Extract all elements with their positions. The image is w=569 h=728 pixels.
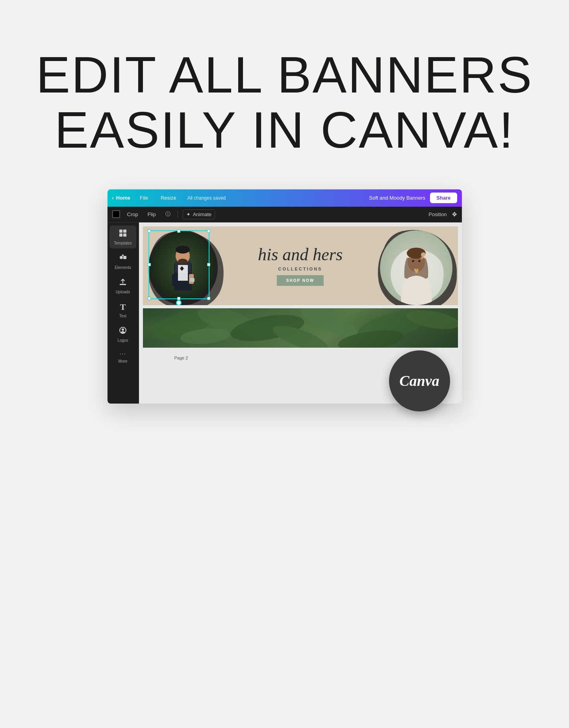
headline-section: EDIT ALL BANNERS EASILY IN CANVA!	[0, 0, 569, 182]
logos-icon	[119, 326, 127, 337]
sidebar-item-templates[interactable]: Templates	[109, 226, 136, 248]
svg-point-29	[421, 257, 423, 259]
banner-subtitle: COLLECTIONS	[278, 267, 322, 271]
editor-toolbar: Crop Flip ⓘ ✦ Animate Position ❖	[107, 207, 462, 222]
elements-label: Elements	[115, 265, 131, 270]
saved-status: All changes saved	[187, 195, 226, 201]
templates-label: Templates	[114, 241, 132, 245]
svg-point-28	[424, 256, 427, 259]
handle-ml	[148, 263, 151, 266]
right-photo-container	[376, 228, 455, 305]
crop-button[interactable]: Crop	[125, 210, 141, 219]
share-button[interactable]: Share	[430, 193, 457, 203]
canva-mockup-wrapper: ‹ Home File Resize All changes saved Sof…	[107, 189, 462, 404]
sidebar-item-text[interactable]: T Text	[109, 299, 136, 321]
handle-tl	[148, 230, 151, 233]
canvas-page-1: his and hers COLLECTIONS SHOP NOW	[143, 226, 458, 305]
topbar-home-nav[interactable]: ‹ Home	[112, 195, 130, 201]
svg-rect-2	[119, 233, 122, 237]
uploads-label: Uploads	[116, 290, 130, 294]
banner-background: his and hers COLLECTIONS SHOP NOW	[143, 226, 458, 305]
handle-mr	[207, 263, 210, 266]
chevron-left-icon: ‹	[112, 195, 114, 201]
file-nav-item[interactable]: File	[137, 193, 151, 202]
svg-rect-7	[120, 284, 126, 285]
page2-label: Page 2	[174, 356, 188, 360]
sidebar-item-logos[interactable]: Logos	[109, 323, 136, 346]
color-swatch[interactable]	[112, 210, 120, 218]
sidebar-item-more[interactable]: ··· More	[109, 347, 136, 367]
svg-rect-1	[123, 230, 126, 233]
logos-label: Logos	[117, 338, 128, 343]
rotate-handle	[176, 300, 182, 305]
sidebar-item-uploads[interactable]: Uploads	[109, 274, 136, 297]
selection-box	[148, 230, 209, 299]
svg-rect-3	[123, 233, 126, 237]
canva-badge: Canva	[389, 350, 450, 411]
handle-bl	[148, 297, 151, 300]
info-icon: ⓘ	[163, 209, 173, 219]
home-label: Home	[116, 195, 130, 201]
elements-icon	[119, 253, 127, 264]
animate-label: Animate	[193, 211, 212, 217]
editor-sidebar: Templates Elements	[107, 222, 139, 404]
handle-tm	[177, 230, 180, 233]
flip-button[interactable]: Flip	[145, 210, 158, 219]
text-icon: T	[120, 302, 126, 312]
uploads-icon	[119, 278, 127, 288]
headline-text: EDIT ALL BANNERS EASILY IN CANVA!	[24, 47, 545, 158]
magic-tool-icon[interactable]: ❖	[452, 211, 457, 218]
svg-rect-5	[123, 256, 126, 259]
animate-button[interactable]: ✦ Animate	[183, 209, 215, 219]
sidebar-item-elements[interactable]: Elements	[109, 250, 136, 273]
leaves-illustration	[143, 308, 458, 348]
more-icon: ···	[120, 350, 126, 358]
canvas-page-2	[143, 308, 458, 348]
svg-rect-0	[119, 230, 122, 233]
resize-nav-item[interactable]: Resize	[158, 193, 180, 202]
svg-point-9	[122, 328, 124, 331]
svg-point-4	[120, 256, 123, 259]
handle-br	[207, 297, 210, 300]
banner-script-title: his and hers	[258, 245, 343, 264]
canva-badge-text: Canva	[399, 372, 439, 389]
sparkle-icon: ✦	[186, 211, 191, 217]
right-circle-photo	[380, 230, 453, 305]
svg-point-24	[412, 260, 414, 262]
handle-bm	[177, 297, 180, 300]
headline-line1: EDIT ALL BANNERS	[24, 47, 545, 102]
templates-icon	[119, 229, 127, 239]
banner-center: his and hers COLLECTIONS SHOP NOW	[226, 226, 375, 305]
editor-topbar: ‹ Home File Resize All changes saved Sof…	[107, 189, 462, 207]
svg-marker-6	[122, 254, 124, 256]
svg-point-25	[418, 260, 421, 262]
topbar-left: ‹ Home File Resize All changes saved	[112, 193, 226, 202]
headline-line2: EASILY IN CANVA!	[24, 102, 545, 157]
position-button[interactable]: Position	[428, 211, 447, 217]
toolbar-separator	[178, 210, 178, 218]
page2-background	[143, 308, 458, 348]
text-label: Text	[119, 314, 126, 318]
shop-now-button[interactable]: SHOP NOW	[277, 275, 324, 286]
more-label: More	[119, 359, 128, 363]
design-title: Soft and Moody Banners	[369, 195, 425, 201]
topbar-right: Soft and Moody Banners Share	[369, 193, 457, 203]
handle-tr	[207, 230, 210, 233]
woman-illustration	[380, 230, 453, 305]
